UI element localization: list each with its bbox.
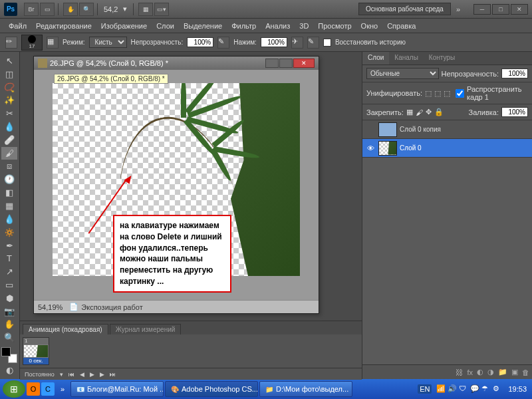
- mode-select[interactable]: Кисть: [89, 37, 127, 48]
- unify-style-icon[interactable]: ⬚: [444, 89, 450, 98]
- dropdown-icon[interactable]: ▾: [58, 371, 65, 378]
- clock[interactable]: 19:53: [508, 385, 527, 393]
- flow-pressure-icon[interactable]: ✎: [307, 37, 319, 49]
- quick-launch-icon[interactable]: O: [27, 382, 40, 396]
- brush-tool-icon[interactable]: 🖌: [1, 147, 17, 160]
- tray-icon[interactable]: ⚙: [493, 384, 502, 394]
- blend-mode-select[interactable]: Обычные: [366, 68, 439, 79]
- brush-panel-icon[interactable]: ▦: [47, 37, 59, 49]
- lock-pixels-icon[interactable]: 🖌: [416, 108, 423, 116]
- screen-mode-icon[interactable]: ▭: [40, 3, 55, 16]
- layer-name[interactable]: Слой 0 копия: [400, 126, 441, 133]
- menu-window[interactable]: Окно: [356, 22, 383, 30]
- tool-preset-icon[interactable]: ✏: [5, 37, 17, 49]
- status-zoom[interactable]: 54,19%: [38, 303, 63, 311]
- type-tool-icon[interactable]: T: [1, 252, 17, 265]
- tray-icon[interactable]: ☂: [481, 384, 491, 394]
- animation-frame[interactable]: 1 0 сек.: [23, 337, 49, 365]
- airbrush-icon[interactable]: ✈: [291, 37, 303, 49]
- lock-transparency-icon[interactable]: ▦: [406, 108, 413, 116]
- delete-layer-icon[interactable]: 🗑: [522, 368, 529, 376]
- lock-all-icon[interactable]: 🔒: [434, 108, 444, 116]
- view-extras-icon[interactable]: ▦: [138, 3, 153, 16]
- bridge-icon[interactable]: Br: [24, 3, 39, 16]
- fill-input[interactable]: [501, 107, 528, 117]
- move-tool-icon[interactable]: ↖: [1, 55, 17, 67]
- document-titlebar[interactable]: 26.JPG @ 54,2% (Слой 0, RGB/8) * ✕: [34, 57, 319, 70]
- flow-input[interactable]: [261, 37, 287, 47]
- pen-tool-icon[interactable]: ✒: [1, 239, 17, 252]
- menu-layer[interactable]: Слои: [152, 22, 179, 30]
- hand-tool-icon[interactable]: ✋: [63, 3, 78, 16]
- menu-view[interactable]: Просмотр: [313, 22, 356, 30]
- unify-position-icon[interactable]: ⬚: [425, 89, 432, 98]
- menu-edit[interactable]: Редактирование: [31, 22, 96, 30]
- eraser-tool-icon[interactable]: ◧: [1, 186, 17, 199]
- visibility-toggle[interactable]: 👁: [365, 143, 376, 154]
- tray-icon[interactable]: 🔊: [448, 384, 457, 394]
- tray-icon[interactable]: 💬: [470, 384, 479, 394]
- language-indicator[interactable]: EN: [418, 384, 432, 394]
- play-icon[interactable]: ▶: [88, 371, 96, 378]
- gradient-tool-icon[interactable]: ▦: [1, 200, 17, 212]
- zoom-tool-icon[interactable]: 🔍: [1, 331, 17, 344]
- frame-duration[interactable]: 0 сек.: [23, 358, 49, 364]
- quick-launch-icon[interactable]: »: [56, 382, 69, 396]
- next-frame-icon[interactable]: ▶: [98, 371, 106, 378]
- crop-tool-icon[interactable]: ✂: [1, 107, 17, 120]
- close-button[interactable]: ✕: [511, 4, 528, 15]
- quick-mask-icon[interactable]: ◐: [1, 364, 17, 376]
- brush-preset[interactable]: 17: [21, 35, 43, 51]
- unify-visibility-icon[interactable]: ⬚: [434, 89, 441, 98]
- menu-filter[interactable]: Фильтр: [227, 22, 261, 30]
- doc-close-button[interactable]: ✕: [293, 59, 315, 68]
- tray-icon[interactable]: 🛡: [459, 384, 468, 394]
- menu-3d[interactable]: 3D: [295, 22, 313, 30]
- zoom-value[interactable]: 54,2: [101, 5, 120, 13]
- loop-selector[interactable]: Постоянно: [23, 371, 57, 378]
- hand-tool-icon[interactable]: ✋: [1, 319, 17, 331]
- zoom-tool-icon[interactable]: 🔍: [79, 3, 94, 16]
- fg-color-icon[interactable]: [1, 347, 11, 356]
- visibility-toggle[interactable]: [365, 124, 376, 135]
- start-button[interactable]: ⊞: [3, 380, 25, 398]
- tab-layers[interactable]: Слои: [362, 52, 389, 65]
- document-info-icon[interactable]: 📄: [69, 303, 78, 311]
- tab-animation[interactable]: Анимация (покадровая): [23, 324, 108, 334]
- layer-mask-icon[interactable]: ◐: [477, 368, 483, 376]
- opacity-input[interactable]: [187, 37, 213, 47]
- new-layer-icon[interactable]: ▣: [511, 368, 518, 376]
- menu-image[interactable]: Изображение: [96, 22, 152, 30]
- marquee-tool-icon[interactable]: ◫: [1, 68, 17, 80]
- quick-launch-icon[interactable]: C: [41, 382, 55, 396]
- blur-tool-icon[interactable]: 💧: [1, 213, 17, 225]
- propagate-checkbox[interactable]: [456, 89, 464, 98]
- expand-icon[interactable]: »: [456, 5, 460, 13]
- 3d-tool-icon[interactable]: ⬢: [1, 292, 17, 305]
- shape-tool-icon[interactable]: ▭: [1, 279, 17, 291]
- tab-channels[interactable]: Каналы: [389, 52, 424, 65]
- 3d-camera-tool-icon[interactable]: 📷: [1, 305, 17, 318]
- first-frame-icon[interactable]: ⏮: [66, 371, 76, 378]
- doc-minimize-button[interactable]: [265, 59, 279, 68]
- layer-style-icon[interactable]: fx: [467, 368, 473, 376]
- last-frame-icon[interactable]: ⏭: [108, 371, 118, 378]
- stamp-tool-icon[interactable]: ⧇: [1, 160, 17, 173]
- link-layers-icon[interactable]: ⛓: [456, 368, 463, 376]
- layer-group-icon[interactable]: 📁: [498, 368, 507, 376]
- arrange-icon[interactable]: ▭▾: [154, 3, 169, 16]
- opacity-pressure-icon[interactable]: ✎: [217, 37, 229, 49]
- restore-history-checkbox[interactable]: [323, 39, 331, 47]
- lasso-tool-icon[interactable]: 📿: [1, 81, 17, 94]
- tab-measurements[interactable]: Журнал измерений: [110, 324, 182, 334]
- menu-select[interactable]: Выделение: [179, 22, 227, 30]
- layer-name[interactable]: Слой 0: [400, 144, 422, 152]
- prev-frame-icon[interactable]: ◀: [78, 371, 86, 378]
- eyedropper-tool-icon[interactable]: 💧: [1, 120, 17, 133]
- menu-help[interactable]: Справка: [382, 22, 420, 30]
- wand-tool-icon[interactable]: ✨: [1, 94, 17, 106]
- tab-paths[interactable]: Контуры: [424, 52, 460, 65]
- layer-row[interactable]: Слой 0 копия: [362, 120, 532, 139]
- minimize-button[interactable]: ─: [473, 4, 491, 15]
- taskbar-app[interactable]: 📧 Блоги@Mail.Ru: Мой ...: [70, 381, 164, 397]
